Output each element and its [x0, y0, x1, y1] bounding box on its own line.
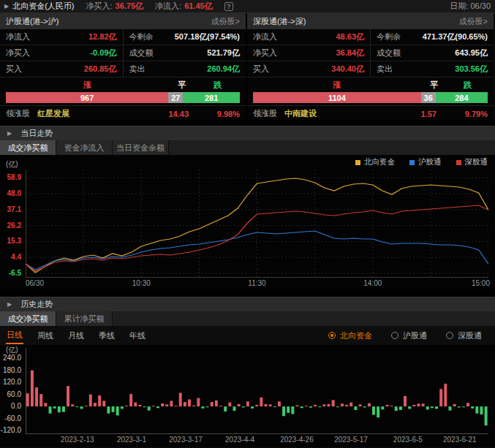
- section-header-intraday[interactable]: ▶ 当日走势: [0, 126, 495, 140]
- leading-stock-price: 1.57: [421, 110, 437, 118]
- top-bar: ▶ 北向资金(人民币) 净买入: 36.75亿 净流入: 61.45亿 ? 日期…: [0, 0, 495, 13]
- northbound-funds-app: ▶ 北向资金(人民币) 净买入: 36.75亿 净流入: 61.45亿 ? 日期…: [0, 0, 495, 448]
- panel-title: 沪股通(港->沪): [6, 16, 58, 27]
- legend-label: 深股通: [465, 157, 488, 167]
- tab-cumulative-net-buy[interactable]: 累计净买额: [56, 311, 113, 326]
- constituents-link[interactable]: 成份股>: [459, 16, 488, 27]
- collapse-arrow-icon[interactable]: ▶: [4, 3, 9, 10]
- intraday-chart: (亿) 北向资金 沪股通 深股通 58.948.037.126.215.34.4…: [0, 155, 495, 291]
- stat-label: 卖出: [377, 64, 393, 75]
- x-tick-label: 2023-2-13: [61, 436, 94, 444]
- period-row: 日线 周线 月线 季线 年线 北向资金 沪股通 深股通: [0, 326, 495, 345]
- stat-value: 12.82亿: [88, 31, 117, 42]
- radio-icon: [446, 332, 453, 339]
- stat-label: 买入: [6, 64, 22, 75]
- y-tick-label: 240.0: [3, 354, 21, 362]
- decliners-label: 跌: [189, 80, 246, 91]
- net-buy-label: 净买入:: [86, 1, 112, 12]
- y-tick-label: 120.0: [3, 378, 21, 386]
- y-tick-label: 180.0: [3, 366, 21, 374]
- radio-shengutong[interactable]: 深股通: [446, 330, 482, 341]
- y-tick-label: 4.4: [11, 253, 21, 261]
- legend-swatch-icon: [409, 160, 415, 165]
- leading-stock-row: 领涨股 红星发展 14.43 9.98%: [0, 105, 246, 121]
- legend-item-northbound[interactable]: 北向资金: [355, 157, 395, 167]
- leading-stock-change: 9.79%: [437, 110, 488, 118]
- net-buy-value: 36.75亿: [116, 1, 144, 12]
- stat-label: 今剩余: [129, 31, 154, 42]
- help-icon[interactable]: ?: [224, 2, 233, 11]
- stat-label: 今剩余: [377, 31, 401, 42]
- legend-item-hugutong[interactable]: 沪股通: [409, 157, 442, 167]
- stat-label: 净流入: [6, 31, 30, 42]
- leading-stock-label: 领涨股: [6, 108, 30, 119]
- decliners-segment: 281: [183, 92, 240, 103]
- period-weekly[interactable]: 周线: [37, 328, 54, 343]
- history-plot[interactable]: [26, 348, 488, 434]
- history-y-axis: 240.0180.0120.060.00.0-60.0-120.0: [0, 345, 23, 447]
- stat-value: 643.95亿: [455, 48, 488, 58]
- x-tick-label: 15:00: [472, 279, 490, 287]
- divider: [0, 121, 495, 126]
- period-monthly[interactable]: 月线: [67, 328, 85, 343]
- stats-row: 买入260.85亿 卖出260.94亿: [0, 61, 246, 77]
- period-yearly[interactable]: 年线: [129, 328, 146, 343]
- stat-label: 净买入: [6, 48, 30, 58]
- advance-decline-bar: 967 27 281: [6, 92, 240, 103]
- leading-stock-name[interactable]: 中南建设: [284, 108, 317, 119]
- leading-stock-name[interactable]: 红星发展: [37, 108, 69, 119]
- net-inflow-label: 净流入:: [155, 1, 181, 12]
- leading-stock-label: 领涨股: [253, 108, 277, 119]
- collapse-arrow-icon: ▶: [7, 301, 12, 308]
- tab-net-buy-amount[interactable]: 成交净买额: [0, 140, 56, 155]
- y-tick-label: 58.9: [7, 173, 21, 181]
- y-tick-label: 0.0: [11, 402, 21, 410]
- stat-value: 340.40亿: [331, 64, 364, 75]
- section-title: 当日走势: [20, 128, 53, 139]
- flat-label: 平: [427, 80, 442, 91]
- leading-stock-row: 领涨股 中南建设 1.57 9.79%: [247, 105, 494, 121]
- x-tick-label: 2023-4-4: [225, 436, 254, 444]
- constituents-link[interactable]: 成份股>: [211, 16, 240, 27]
- period-daily[interactable]: 日线: [6, 327, 23, 344]
- collapse-arrow-icon: ▶: [7, 130, 12, 137]
- chart-legend: 北向资金 沪股通 深股通: [355, 157, 488, 167]
- advancers-label: 涨: [247, 80, 427, 91]
- legend-swatch-icon: [456, 160, 461, 165]
- radio-northbound[interactable]: 北向资金: [328, 330, 372, 341]
- legend-item-shengutong[interactable]: 深股通: [456, 157, 488, 167]
- intraday-y-axis: 58.948.037.126.215.34.4-6.5: [0, 155, 23, 291]
- stats-row: 净流入12.82亿 今剩余507.18亿(97.54%): [0, 29, 246, 45]
- stat-label: 买入: [253, 64, 269, 75]
- y-tick-label: 37.1: [7, 205, 21, 213]
- stat-value: 260.94亿: [207, 64, 240, 75]
- x-tick-label: 06/30: [26, 279, 44, 287]
- x-tick-label: 2023-4-26: [280, 436, 314, 444]
- legend-label: 北向资金: [364, 157, 395, 167]
- legend-swatch-icon: [355, 160, 360, 165]
- radio-hugutong[interactable]: 沪股通: [391, 330, 427, 341]
- radio-label: 北向资金: [340, 330, 372, 341]
- x-tick-label: 11:30: [248, 279, 265, 287]
- x-tick-label: 2023-6-21: [443, 436, 477, 444]
- stat-label: 卖出: [129, 64, 146, 75]
- flat-segment: 27: [168, 92, 183, 103]
- history-tabbar: 成交净买额 累计净买额: [0, 311, 495, 326]
- advancers-segment: 1104: [253, 92, 421, 103]
- tab-net-inflow[interactable]: 资金净流入: [56, 140, 113, 155]
- section-header-history[interactable]: ▶ 历史走势: [0, 297, 495, 311]
- intraday-plot[interactable]: [26, 170, 488, 278]
- panel-hugutong: 沪股通(港->沪) 成份股> 净流入12.82亿 今剩余507.18亿(97.5…: [0, 13, 247, 121]
- tab-net-buy-amount[interactable]: 成交净买额: [0, 311, 56, 326]
- radio-label: 深股通: [458, 330, 482, 341]
- intraday-tabbar: 成交净买额 资金净流入 当日资金余额: [0, 140, 495, 155]
- period-quarterly[interactable]: 季线: [98, 328, 116, 343]
- stat-label: 净流入: [253, 31, 277, 42]
- y-tick-label: -6.5: [9, 269, 21, 277]
- advance-decline-labels: 涨 平 跌: [247, 77, 494, 92]
- advancers-segment: 967: [6, 92, 168, 103]
- stat-label: 成交额: [129, 48, 154, 58]
- intraday-x-axis: 06/3010:3011:3014:0015:00: [0, 279, 495, 289]
- panel-title: 深股通(港->深): [253, 16, 306, 27]
- tab-quota-balance[interactable]: 当日资金余额: [113, 140, 169, 155]
